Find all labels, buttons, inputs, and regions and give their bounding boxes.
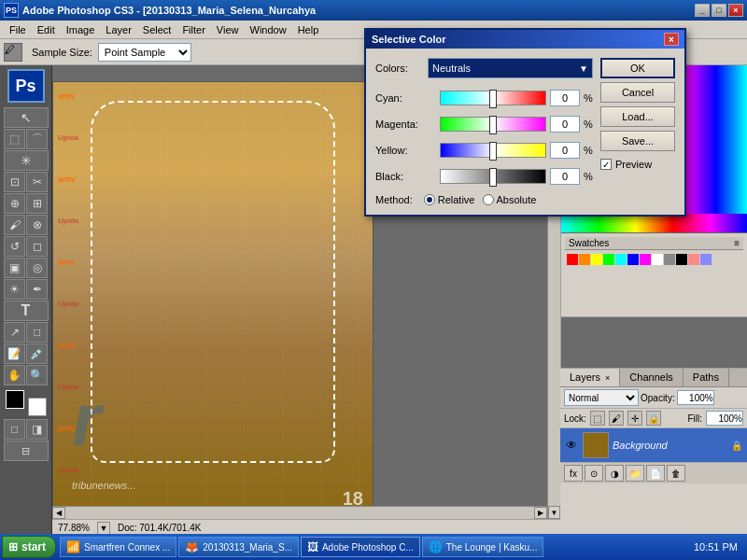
cyan-slider[interactable]: [440, 91, 546, 105]
dialog-close-button[interactable]: ×: [664, 33, 679, 46]
scroll-down-button[interactable]: ▼: [548, 506, 560, 519]
swatch-blue[interactable]: [627, 254, 639, 265]
layer-styles-button[interactable]: fx: [564, 465, 583, 482]
path-selection[interactable]: ↗: [4, 322, 25, 343]
close-button[interactable]: ×: [728, 4, 743, 17]
cancel-button[interactable]: Cancel: [600, 82, 675, 103]
menu-image[interactable]: Image: [61, 22, 101, 37]
swatch-periwinkle[interactable]: [700, 254, 712, 265]
swatch-red[interactable]: [567, 254, 578, 265]
zoom-menu-button[interactable]: ▼: [97, 522, 110, 535]
slice-tool[interactable]: ✂: [26, 172, 48, 192]
scroll-right-button[interactable]: ▶: [534, 507, 547, 519]
eraser-tool[interactable]: ◻: [26, 236, 48, 257]
yellow-thumb[interactable]: [489, 142, 497, 161]
swatch-pink[interactable]: [688, 254, 699, 265]
relative-radio[interactable]: [424, 194, 435, 205]
magenta-thumb[interactable]: [489, 116, 497, 134]
black-value[interactable]: 0: [550, 168, 580, 185]
menu-select[interactable]: Select: [137, 22, 177, 37]
relative-option[interactable]: Relative: [424, 194, 475, 205]
blend-mode-select[interactable]: Normal Multiply Screen: [564, 389, 639, 406]
screen-mode[interactable]: ⊟: [4, 441, 49, 461]
swatch-gray[interactable]: [664, 254, 675, 265]
eyedropper-tool[interactable]: 💉: [26, 343, 48, 364]
zoom-tool[interactable]: 🔍: [26, 365, 48, 385]
swatch-green[interactable]: [603, 254, 614, 265]
cyan-value[interactable]: 0: [550, 90, 580, 106]
add-mask-button[interactable]: ⊙: [585, 465, 603, 482]
black-thumb[interactable]: [489, 168, 497, 187]
menu-help[interactable]: Help: [292, 22, 325, 37]
swatch-cyan[interactable]: [615, 254, 627, 265]
dodge-tool[interactable]: ☀: [4, 279, 25, 300]
fill-input[interactable]: [706, 411, 743, 426]
load-button[interactable]: Load...: [600, 106, 675, 127]
healing-brush[interactable]: ⊕: [4, 193, 25, 214]
tab-paths[interactable]: Paths: [684, 369, 729, 386]
pen-tool[interactable]: ✒: [26, 279, 48, 300]
gradient-tool[interactable]: ▣: [4, 258, 25, 278]
menu-window[interactable]: Window: [245, 22, 292, 37]
adjustment-layer-button[interactable]: ◑: [605, 465, 624, 482]
scroll-left-button[interactable]: ◀: [52, 507, 65, 519]
absolute-option[interactable]: Absolute: [483, 194, 537, 205]
color-hue-bar[interactable]: [561, 214, 747, 232]
horizontal-scrollbar[interactable]: ◀ ▶: [52, 506, 547, 519]
layer-background[interactable]: 👁 Background 🔒: [560, 428, 747, 462]
magenta-slider[interactable]: [440, 117, 546, 132]
eyedropper-icon[interactable]: 🖊: [4, 43, 22, 62]
menu-edit[interactable]: Edit: [32, 22, 61, 37]
cyan-thumb[interactable]: [489, 90, 497, 108]
tab-channels[interactable]: Channels: [620, 369, 683, 386]
taskbar-item-smartfren[interactable]: 📶 Smartfren Connex ...: [60, 537, 176, 557]
lock-transparent-button[interactable]: ⬚: [590, 411, 605, 426]
tab-layers[interactable]: Layers ×: [560, 369, 620, 386]
yellow-slider[interactable]: [440, 143, 546, 158]
brush-tool[interactable]: 🖌: [4, 215, 25, 235]
swatch-magenta[interactable]: [640, 254, 651, 265]
start-button[interactable]: ⊞ start: [2, 536, 56, 558]
preview-checkbox[interactable]: [600, 159, 612, 170]
quick-mask-mode[interactable]: ◨: [26, 419, 48, 440]
selective-color-dialog[interactable]: Selective Color × Colors: Neutrals ▼ Cya…: [364, 28, 686, 217]
blur-tool[interactable]: ◎: [26, 258, 48, 278]
delete-layer-button[interactable]: 🗑: [667, 465, 685, 482]
magic-wand-tool[interactable]: ✳: [4, 150, 49, 171]
opacity-input[interactable]: [677, 390, 714, 405]
absolute-radio[interactable]: [483, 194, 494, 205]
history-brush[interactable]: ↺: [4, 236, 25, 257]
ok-button[interactable]: OK: [600, 58, 675, 78]
menu-layer[interactable]: Layer: [100, 22, 137, 37]
swatches-menu[interactable]: ≡: [734, 238, 740, 248]
swatch-white[interactable]: [652, 254, 663, 265]
notes-tool[interactable]: 📝: [4, 343, 25, 364]
patch-tool[interactable]: ⊞: [26, 193, 48, 214]
swatch-yellow[interactable]: [591, 254, 602, 265]
new-layer-button[interactable]: 📄: [646, 465, 665, 482]
save-button[interactable]: Save...: [600, 131, 675, 151]
taskbar-item-photoshop[interactable]: 🖼 Adobe Photoshop C...: [301, 537, 420, 557]
crop-tool[interactable]: ⊡: [4, 172, 25, 192]
shape-tool[interactable]: □: [26, 322, 48, 343]
layer-visibility-toggle[interactable]: 👁: [564, 438, 579, 453]
sample-size-select[interactable]: Point Sample 3 by 3 Average 5 by 5 Avera…: [98, 43, 191, 62]
lock-paint-button[interactable]: 🖌: [609, 411, 624, 426]
taskbar-item-lounge[interactable]: 🌐 The Lounge | Kasku...: [422, 537, 544, 557]
magenta-value[interactable]: 0: [550, 116, 580, 133]
stamp-tool[interactable]: ⊗: [26, 215, 48, 235]
lock-all-button[interactable]: 🔒: [646, 411, 661, 426]
colors-dropdown[interactable]: Neutrals ▼: [428, 58, 593, 78]
layer-group-button[interactable]: 📁: [626, 465, 644, 482]
maximize-button[interactable]: □: [712, 4, 726, 17]
menu-file[interactable]: File: [4, 22, 32, 37]
taskbar-item-firefox[interactable]: 🦊 20130313_Maria_S...: [178, 537, 299, 557]
swatch-black[interactable]: [676, 254, 687, 265]
marquee-tool[interactable]: ⬚: [4, 129, 25, 149]
type-tool[interactable]: T: [4, 301, 49, 321]
layers-tab-close[interactable]: ×: [605, 373, 610, 383]
minimize-button[interactable]: _: [695, 4, 710, 17]
lasso-tool[interactable]: ⌒: [26, 129, 48, 149]
move-tool[interactable]: ↖: [4, 107, 49, 128]
yellow-value[interactable]: 0: [550, 142, 580, 159]
